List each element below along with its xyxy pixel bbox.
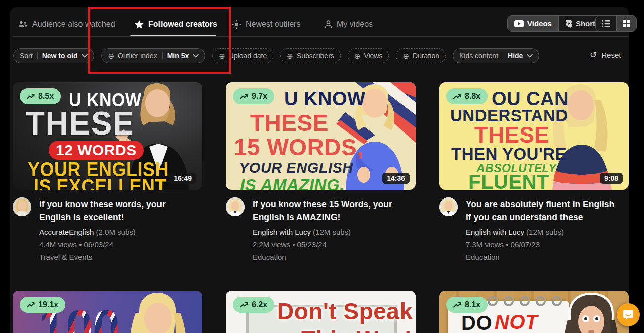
video-thumbnail[interactable]: OU CAN UNDERSTAND THESE THEN YOU'RE ABSO… <box>439 82 629 190</box>
thumbnail-text: IS AMAZING. <box>240 176 345 190</box>
reset-filters-button[interactable]: ↺ Reset <box>590 50 621 60</box>
video-title[interactable]: If you know these 15 Words, your English… <box>253 197 404 224</box>
video-duration: 14:36 <box>382 173 410 184</box>
thumbnail-text: IS EXCELLENT <box>34 174 167 190</box>
shorts-icon <box>566 20 572 28</box>
video-card: U KNOW THESE 12 WORDS YOUR ENGLISH IS EX… <box>13 82 202 261</box>
trending-up-icon <box>453 302 461 308</box>
undo-icon: ↺ <box>590 50 597 60</box>
youtube-play-icon <box>514 20 524 27</box>
grid-view-icon <box>623 20 630 27</box>
trending-up-icon <box>27 302 35 308</box>
duration-label: Duration <box>413 52 439 60</box>
sort-filter[interactable]: Sort New to old <box>13 48 94 63</box>
videos-toggle-button[interactable]: Videos <box>508 16 558 31</box>
channel-avatar[interactable] <box>439 197 458 216</box>
person-icon <box>325 20 332 28</box>
tab-label: Newest outliers <box>246 20 300 29</box>
duration-filter[interactable]: ⊕ Duration <box>396 48 446 63</box>
thumbnail-text: THESE <box>26 104 135 142</box>
thumbnail-text: This Way! <box>301 326 412 333</box>
plus-circle-icon: ⊕ <box>219 52 225 60</box>
outlier-badge-value: 6.2x <box>252 300 267 309</box>
outlier-badge: 8.1x <box>446 297 488 313</box>
chat-fab-button[interactable] <box>617 303 640 326</box>
outlier-badge: 9.7x <box>233 88 274 104</box>
video-category: Education <box>253 253 404 261</box>
channel-row[interactable]: AccurateEnglish (2.0M subs) <box>39 228 190 236</box>
video-thumbnail[interactable]: 100 19.1x <box>13 291 202 333</box>
video-title[interactable]: If you know these words, your English is… <box>39 197 190 224</box>
channel-subs: (2.0M subs) <box>96 228 136 236</box>
channel-avatar[interactable] <box>226 197 245 216</box>
thumbnail-text: U KNOW <box>284 88 365 110</box>
outlier-badge-value: 19.1x <box>38 300 58 309</box>
thumbnail-person-illustration <box>117 291 202 333</box>
video-thumbnail[interactable]: Don't Speak This Way! 6.2x <box>226 291 416 333</box>
video-card: 100 19.1x <box>13 291 202 333</box>
sun-icon <box>232 20 241 29</box>
views-filter[interactable]: ⊕ Views <box>348 48 389 63</box>
kids-content-filter[interactable]: Kids content Hide <box>453 48 539 63</box>
list-view-button[interactable] <box>596 16 616 31</box>
outlier-badge: 19.1x <box>20 297 65 313</box>
channel-subs: (12M subs) <box>526 228 564 236</box>
outlier-index-filter[interactable]: ⊖ Outlier index Min 5x <box>101 48 205 63</box>
video-meta: If you know these words, your English is… <box>13 197 202 261</box>
trending-up-icon <box>240 302 248 308</box>
video-thumbnail[interactable]: U KNOW THESE 12 WORDS YOUR ENGLISH IS EX… <box>13 82 202 190</box>
views-date-row: 2.2M views • 05/23/24 <box>253 240 404 249</box>
video-card: OU CAN UNDERSTAND THESE THEN YOU'RE ABSO… <box>439 82 629 261</box>
subscribers-label: Subscribers <box>297 52 334 60</box>
thumbnail-text: DO <box>461 312 492 333</box>
outlier-badge-value: 8.1x <box>465 300 480 309</box>
filter-bar: Sort New to old ⊖ Outlier index Min 5x ⊕… <box>13 48 539 63</box>
outlier-index-label: Outlier index <box>118 52 157 60</box>
video-meta: If you know these 15 Words, your English… <box>226 197 416 261</box>
tab-newest-outliers[interactable]: Newest outliers <box>232 13 300 35</box>
channel-name: English with Lucy <box>253 228 311 236</box>
video-meta: You are absolutely fluent in English if … <box>439 197 629 261</box>
thumbnail-text: NOT <box>495 311 538 333</box>
channel-name: English with Lucy <box>466 228 524 236</box>
channel-row[interactable]: English with Lucy (12M subs) <box>466 228 617 236</box>
video-thumbnail[interactable]: U KNOW THESE 15 WORDS, YOUR ENGLISH IS A… <box>226 82 416 190</box>
thumbnail-text: FLUENT <box>468 171 549 190</box>
chevron-down-icon <box>193 54 199 58</box>
thumbnail-text: Don't Speak <box>277 298 413 325</box>
thumbnail-text: THEN YOU'RE <box>451 145 567 164</box>
trending-up-icon <box>240 93 248 99</box>
upload-date-filter[interactable]: ⊕ Upload date <box>212 48 273 63</box>
video-title[interactable]: You are absolutely fluent in English if … <box>466 197 617 224</box>
channel-avatar[interactable] <box>13 197 31 216</box>
views-date-row: 4.4M views • 06/03/24 <box>39 240 190 249</box>
plus-circle-icon: ⊕ <box>287 52 293 60</box>
reset-label: Reset <box>601 51 621 59</box>
subscribers-filter[interactable]: ⊕ Subscribers <box>280 48 341 63</box>
video-card: DO NOT SAY THE T 8.1x <box>439 291 629 333</box>
outlier-index-value: Min 5x <box>167 52 189 60</box>
channel-subs: (12M subs) <box>313 228 351 236</box>
tab-my-videos[interactable]: My videos <box>325 13 373 35</box>
plus-circle-icon: ⊕ <box>354 52 361 60</box>
tab-label: Audience also watched <box>32 20 115 29</box>
channel-name: AccurateEnglish <box>39 228 94 236</box>
chevron-down-icon <box>527 54 533 58</box>
thumbnail-text: 15 WORDS, <box>234 134 364 161</box>
grid-view-button[interactable] <box>616 16 636 31</box>
video-category: Education <box>466 253 617 261</box>
format-toggle: Videos Shorts <box>507 15 606 32</box>
views-date-row: 7.3M views • 06/07/23 <box>466 240 617 249</box>
tab-label: My videos <box>337 20 373 29</box>
tab-followed-creators[interactable]: Followed creators <box>135 13 217 35</box>
kids-content-value: Hide <box>508 52 523 60</box>
video-thumbnail[interactable]: DO NOT SAY THE T 8.1x <box>439 291 629 333</box>
sort-filter-label: Sort <box>20 52 33 60</box>
tab-audience-also-watched[interactable]: Audience also watched <box>18 13 115 35</box>
video-duration: 9:08 <box>600 173 623 184</box>
outlier-badge: 6.2x <box>233 297 274 313</box>
channel-row[interactable]: English with Lucy (12M subs) <box>253 228 404 236</box>
list-view-icon <box>602 20 610 27</box>
plus-circle-icon: ⊕ <box>403 52 409 60</box>
outlier-badge-value: 8.8x <box>465 92 480 101</box>
